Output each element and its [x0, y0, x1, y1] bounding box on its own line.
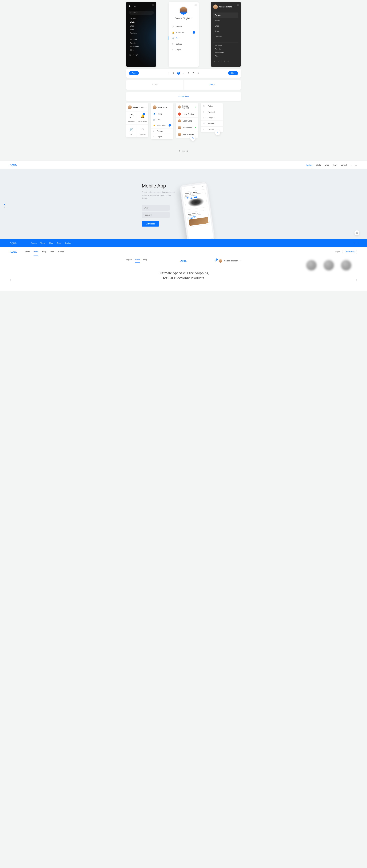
nav-item[interactable]: Advertise — [130, 39, 154, 41]
nav-item[interactable]: Shop — [213, 23, 238, 29]
nav-item[interactable]: Contacts — [213, 34, 238, 39]
menu-item[interactable]: 🔔Notification2 — [171, 30, 196, 35]
nav-item[interactable]: Explore — [213, 12, 238, 18]
user-dropdown[interactable]: Alexander Mann ▾ — [213, 4, 238, 9]
facebook-icon[interactable]: f — [222, 60, 222, 62]
twitter-icon[interactable]: 𝕏 — [214, 60, 216, 62]
cart-icon[interactable]: 🛒2 — [214, 259, 217, 262]
close-icon[interactable]: ✕ — [237, 4, 239, 6]
user-dropdown[interactable]: Idgrit Snow ▾ — [151, 103, 173, 111]
get-started-button[interactable]: Get Started › — [342, 250, 357, 254]
search-input[interactable]: ⌕ Search — [129, 10, 154, 14]
menu-item[interactable]: ⇤Logout — [171, 47, 196, 53]
nav-item[interactable]: Works — [213, 18, 238, 23]
menu-item[interactable]: 🛒Cart — [171, 35, 196, 41]
nav-item[interactable]: Works — [130, 21, 154, 23]
prev-link[interactable]: ‹ Prev — [126, 80, 184, 90]
page-number[interactable]: 7 — [192, 72, 195, 75]
nav-item[interactable]: Explore — [130, 18, 154, 20]
nav-item[interactable]: Explore — [126, 259, 132, 263]
google-plus-icon[interactable]: G+ — [136, 54, 138, 56]
nav-item[interactable]: Security — [215, 48, 238, 50]
chat-fab[interactable]: 💬 — [355, 230, 359, 235]
person-item[interactable]: Edgar Long — [176, 118, 198, 124]
tile-item[interactable]: 💬Messages — [126, 111, 137, 124]
menu-icon[interactable]: ☰ — [355, 164, 357, 166]
nav-item[interactable]: Security — [130, 42, 154, 44]
nav-item[interactable]: Contacts — [130, 32, 154, 34]
page-number[interactable]: 3 — [177, 72, 180, 75]
nav-item[interactable]: Shop — [49, 239, 53, 247]
nav-item[interactable]: Contact — [341, 161, 347, 169]
nav-item[interactable]: Information — [130, 45, 154, 48]
nav-item[interactable]: Team — [57, 239, 61, 247]
nav-item[interactable]: Explore — [24, 248, 30, 256]
nav-item[interactable]: Works — [40, 239, 45, 247]
close-icon[interactable]: ✕ — [194, 4, 197, 6]
chevron-right-icon[interactable]: › — [356, 278, 357, 282]
menu-item[interactable]: ◎Explore — [171, 24, 196, 30]
get-access-button[interactable]: Get Access — [142, 221, 159, 226]
nav-item[interactable]: Shop — [143, 259, 147, 263]
search-icon[interactable]: ⌕ — [351, 164, 352, 166]
page-number[interactable]: 2 — [172, 72, 175, 75]
email-field[interactable] — [142, 205, 170, 211]
tile-item[interactable]: ⚙Settings — [137, 124, 148, 137]
facebook-icon[interactable]: f — [133, 54, 134, 56]
nav-item[interactable]: Works — [135, 259, 140, 263]
page-number[interactable]: 6 — [187, 72, 190, 75]
nav-item[interactable]: Shop — [130, 25, 154, 27]
nav-item[interactable]: Works — [33, 248, 38, 256]
nav-item[interactable]: Team — [130, 29, 154, 31]
person-item[interactable]: Lenora Sanders — [176, 103, 198, 111]
pinterest-icon[interactable]: ℗ — [218, 60, 220, 62]
edit-fab[interactable]: ✎ — [190, 135, 196, 141]
password-field[interactable] — [142, 212, 170, 218]
twitter-icon[interactable]: 𝕏 — [129, 54, 131, 56]
share-fab[interactable]: ⇪ — [215, 130, 220, 135]
chevron-left-icon[interactable]: ‹ — [10, 278, 11, 282]
load-more-button[interactable]: ⟳ Load More — [126, 92, 241, 101]
share-item[interactable]: 𝕏Twitter — [201, 103, 223, 109]
dot[interactable] — [4, 204, 5, 205]
prev-button[interactable]: Prev — [129, 71, 139, 75]
tile-item[interactable]: 🛒Cart — [126, 124, 137, 137]
person-item[interactable]: Hettie Shelton — [176, 111, 198, 118]
dot[interactable] — [4, 208, 5, 208]
tumblr-icon[interactable]: t — [224, 60, 225, 62]
nav-item[interactable]: Information — [215, 52, 238, 54]
dot[interactable] — [4, 206, 5, 207]
nav-item[interactable]: Works — [316, 161, 321, 169]
nav-item[interactable]: Contact — [58, 248, 64, 256]
nav-item[interactable]: Shop — [42, 248, 46, 256]
menu-item[interactable]: ⚙Settings — [171, 41, 196, 47]
nav-item[interactable]: Blog — [130, 49, 154, 51]
page-number[interactable]: 1 — [168, 72, 170, 75]
login-link[interactable]: Login — [335, 251, 340, 253]
share-item[interactable]: G+Google + — [201, 115, 223, 121]
nav-item[interactable]: Explore — [31, 239, 37, 247]
nav-item[interactable]: Shop — [325, 161, 329, 169]
menu-item[interactable]: 👤Profile — [151, 111, 173, 117]
tile-item[interactable]: 🔔Notifications3 — [137, 111, 148, 124]
share-item[interactable]: fFacebook — [201, 109, 223, 115]
next-link[interactable]: Next › — [184, 80, 241, 90]
nav-item[interactable]: Blog — [215, 55, 238, 57]
menu-item[interactable]: 🔔Notification2 — [151, 122, 173, 128]
chevron-down-icon[interactable]: ▾ — [240, 260, 241, 261]
menu-item[interactable]: 🛒Cart — [151, 117, 173, 122]
menu-item[interactable]: ⇤Logout — [151, 134, 173, 140]
person-item[interactable]: Sansa Stark — [176, 124, 198, 131]
nav-item[interactable]: Advertise — [215, 45, 238, 47]
close-icon[interactable]: ✕ — [152, 4, 154, 6]
nav-item[interactable]: Team — [213, 29, 238, 34]
menu-icon[interactable]: ☰ — [355, 242, 357, 245]
google-plus-icon[interactable]: G+ — [227, 60, 229, 62]
next-button[interactable]: Next — [228, 71, 238, 75]
page-number[interactable]: 8 — [197, 72, 199, 75]
nav-item[interactable]: Team — [333, 161, 337, 169]
nav-item[interactable]: Explore — [307, 161, 312, 169]
share-item[interactable]: ℗Pinterest — [201, 121, 223, 127]
nav-item[interactable]: Contact — [65, 239, 71, 247]
menu-item[interactable]: ⚙Settings — [151, 128, 173, 134]
